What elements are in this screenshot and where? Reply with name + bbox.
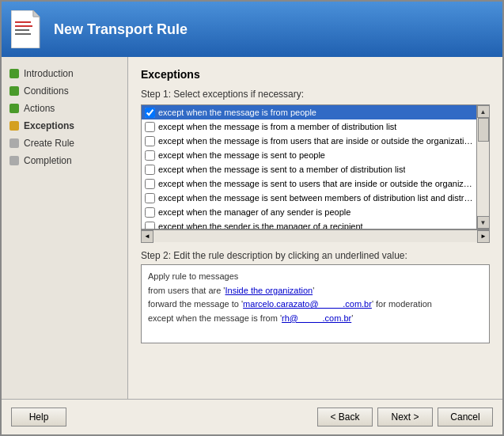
sidebar-label-exceptions: Exceptions xyxy=(24,120,74,131)
footer: Help < Back Next > Cancel xyxy=(2,399,502,434)
sidebar-item-completion[interactable]: Completion xyxy=(2,152,127,169)
main-body: Introduction Conditions Actions Exceptio… xyxy=(2,57,502,399)
list-item[interactable]: except when the message is from a member… xyxy=(142,119,476,134)
svg-rect-2 xyxy=(15,21,31,23)
sidebar-item-introduction[interactable]: Introduction xyxy=(2,65,127,82)
dialog-icon xyxy=(11,10,44,48)
step1-label: Step 1: Select exceptions if necessary: xyxy=(141,89,490,100)
sidebar: Introduction Conditions Actions Exceptio… xyxy=(2,57,128,399)
exception-checkbox-3[interactable] xyxy=(145,150,155,161)
desc-line3: forward the message to 'marcelo.carazato… xyxy=(148,298,483,312)
exceptions-dot xyxy=(9,121,19,131)
sidebar-item-actions[interactable]: Actions xyxy=(2,100,127,117)
sidebar-label-completion: Completion xyxy=(24,155,72,166)
create-rule-dot xyxy=(9,138,19,148)
step2-container: Step 2: Edit the rule description by cli… xyxy=(141,250,490,343)
h-scroll-track[interactable] xyxy=(153,231,477,242)
desc-line1: Apply rule to messages xyxy=(148,270,483,284)
main-dialog: New Transport Rule Introduction Conditio… xyxy=(0,0,504,436)
rh-email-link[interactable]: rh@ .com.br xyxy=(282,313,351,323)
list-item-text: except when the sender is the manager of… xyxy=(158,222,363,229)
horizontal-scrollbar[interactable]: ◄ ► xyxy=(141,229,490,242)
svg-marker-1 xyxy=(33,10,40,17)
desc-line2: from users that are 'Inside the organiza… xyxy=(148,284,483,298)
sidebar-item-create-rule[interactable]: Create Rule xyxy=(2,135,127,152)
dialog-title: New Transport Rule xyxy=(54,21,188,38)
scroll-down-button[interactable]: ▼ xyxy=(477,216,490,229)
exceptions-listbox: except when the message is from people e… xyxy=(141,104,490,229)
list-item-text: except when the message is from people xyxy=(158,108,316,117)
exceptions-list-inner[interactable]: except when the message is from people e… xyxy=(142,105,476,229)
list-item-text: except when the message is sent to a mem… xyxy=(158,165,405,174)
exception-checkbox-7[interactable] xyxy=(145,207,155,218)
introduction-dot xyxy=(9,69,19,78)
svg-rect-5 xyxy=(15,33,31,35)
desc-line4: except when the message is from 'rh@ .co… xyxy=(148,312,483,326)
sidebar-label-create-rule: Create Rule xyxy=(24,138,74,149)
list-item[interactable]: except when the sender is the manager of… xyxy=(142,219,476,229)
list-item[interactable]: except when the message is sent to users… xyxy=(142,176,476,191)
conditions-dot xyxy=(9,86,19,96)
list-item[interactable]: except when the message is sent to peopl… xyxy=(142,148,476,162)
exception-checkbox-4[interactable] xyxy=(145,165,155,175)
back-button[interactable]: < Back xyxy=(317,408,373,427)
sidebar-label-introduction: Introduction xyxy=(24,68,74,79)
exception-checkbox-1[interactable] xyxy=(145,122,155,132)
list-scrollbar[interactable]: ▲ ▼ xyxy=(476,105,489,229)
help-button[interactable]: Help xyxy=(11,408,66,427)
exception-checkbox-8[interactable] xyxy=(145,222,155,229)
section-title: Exceptions xyxy=(141,68,490,81)
list-item-text: except when the message is sent between … xyxy=(158,193,473,203)
email-link[interactable]: marcelo.carazato@ .com.br xyxy=(243,299,372,309)
list-item[interactable]: except when the message is sent between … xyxy=(142,191,476,205)
cancel-button[interactable]: Cancel xyxy=(438,408,493,427)
list-item-text: except when the message is from a member… xyxy=(158,122,396,131)
exception-checkbox-0[interactable] xyxy=(145,108,155,118)
scroll-up-button[interactable]: ▲ xyxy=(477,105,490,118)
list-item[interactable]: except when the message is from users th… xyxy=(142,134,476,148)
exception-checkbox-5[interactable] xyxy=(145,179,155,189)
inside-org-link[interactable]: Inside the organization xyxy=(225,286,313,295)
list-item[interactable]: except when the message is from people xyxy=(142,105,476,119)
list-item-text: except when the message is sent to peopl… xyxy=(158,150,325,160)
scroll-right-button[interactable]: ► xyxy=(477,230,490,243)
step2-label: Step 2: Edit the rule description by cli… xyxy=(141,250,490,261)
content-area: Exceptions Step 1: Select exceptions if … xyxy=(128,57,502,399)
title-bar: New Transport Rule xyxy=(2,2,502,57)
scroll-thumb[interactable] xyxy=(478,118,489,142)
actions-dot xyxy=(9,104,19,113)
list-item[interactable]: except when the manager of any sender is… xyxy=(142,205,476,219)
description-box[interactable]: Apply rule to messages from users that a… xyxy=(141,264,490,343)
svg-rect-4 xyxy=(15,29,29,31)
sidebar-label-actions: Actions xyxy=(24,103,55,114)
svg-rect-3 xyxy=(15,25,32,27)
list-item-text: except when the message is from users th… xyxy=(158,136,473,146)
list-item[interactable]: except when the message is sent to a mem… xyxy=(142,162,476,176)
sidebar-item-conditions[interactable]: Conditions xyxy=(2,82,127,100)
exception-checkbox-6[interactable] xyxy=(145,193,155,203)
nav-buttons: < Back Next > Cancel xyxy=(317,408,493,427)
list-item-text: except when the manager of any sender is… xyxy=(158,207,351,217)
scroll-track[interactable] xyxy=(478,118,489,216)
scroll-left-button[interactable]: ◄ xyxy=(141,230,153,243)
exception-checkbox-2[interactable] xyxy=(145,136,155,146)
sidebar-item-exceptions[interactable]: Exceptions xyxy=(2,117,127,135)
list-item-text: except when the message is sent to users… xyxy=(158,179,473,188)
sidebar-label-conditions: Conditions xyxy=(24,85,69,97)
completion-dot xyxy=(9,156,19,165)
next-button[interactable]: Next > xyxy=(377,408,433,427)
